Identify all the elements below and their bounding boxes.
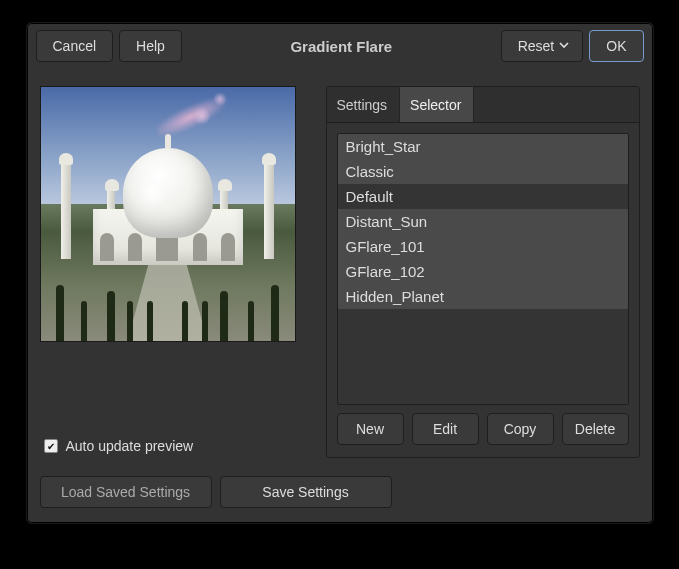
edit-button[interactable]: Edit — [412, 413, 479, 445]
list-item[interactable]: GFlare_102 — [338, 259, 628, 284]
dialog-title: Gradient Flare — [188, 38, 495, 55]
chevron-down-icon — [558, 38, 570, 54]
auto-update-label: Auto update preview — [66, 438, 194, 454]
save-settings-button[interactable]: Save Settings — [220, 476, 392, 508]
ok-button[interactable]: OK — [589, 30, 643, 62]
check-icon — [44, 439, 58, 453]
selector-list[interactable]: Bright_StarClassicDefaultDistant_SunGFla… — [337, 133, 629, 405]
selector-button-row: New Edit Copy Delete — [327, 413, 639, 457]
list-item[interactable]: Distant_Sun — [338, 209, 628, 234]
preview-render — [41, 87, 295, 341]
auto-update-preview-checkbox[interactable]: Auto update preview — [40, 438, 312, 454]
dialog-header: Cancel Help Gradient Flare Reset OK — [34, 30, 646, 62]
gradient-flare-dialog: Cancel Help Gradient Flare Reset OK — [26, 22, 654, 524]
reset-button[interactable]: Reset — [501, 30, 584, 62]
tab-settings[interactable]: Settings — [327, 87, 401, 122]
list-item[interactable]: Default — [338, 184, 628, 209]
list-item[interactable]: GFlare_101 — [338, 234, 628, 259]
help-button[interactable]: Help — [119, 30, 182, 62]
list-item[interactable]: Bright_Star — [338, 134, 628, 159]
cancel-button[interactable]: Cancel — [36, 30, 114, 62]
list-item[interactable]: Classic — [338, 159, 628, 184]
list-item[interactable]: Hidden_Planet — [338, 284, 628, 309]
dialog-footer: Load Saved Settings Save Settings — [34, 462, 646, 516]
reset-label: Reset — [518, 38, 555, 54]
load-saved-settings-button[interactable]: Load Saved Settings — [40, 476, 212, 508]
tab-selector[interactable]: Selector — [400, 87, 474, 122]
dialog-body: Auto update preview Settings Selector Br… — [34, 78, 646, 462]
copy-button[interactable]: Copy — [487, 413, 554, 445]
preview-image[interactable] — [40, 86, 296, 342]
selector-panel: Settings Selector Bright_StarClassicDefa… — [326, 86, 640, 458]
delete-button[interactable]: Delete — [562, 413, 629, 445]
preview-column: Auto update preview — [40, 86, 312, 458]
new-button[interactable]: New — [337, 413, 404, 445]
tab-bar: Settings Selector — [327, 87, 639, 123]
